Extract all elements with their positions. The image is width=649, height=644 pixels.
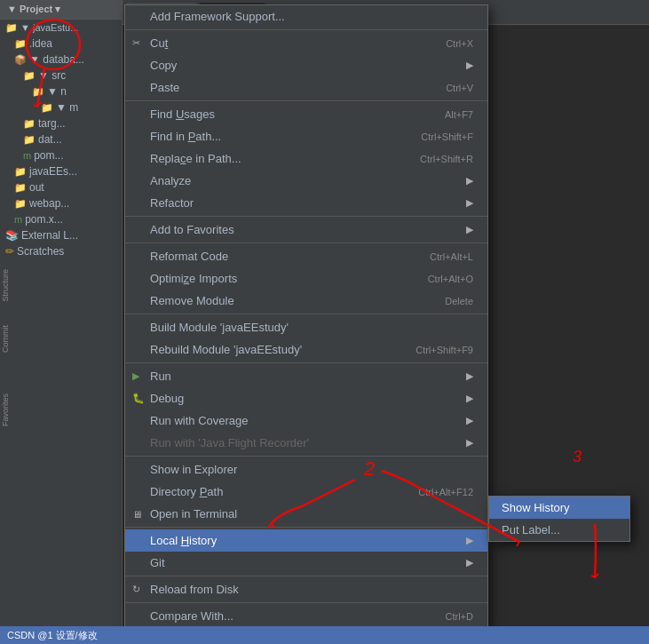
menu-optimize-imports[interactable]: Optimize Imports Ctrl+Alt+O <box>125 267 487 290</box>
cut-icon: ✂ <box>132 37 140 49</box>
run-icon: ▶ <box>132 370 139 382</box>
menu-rebuild-module[interactable]: Rebuild Module 'javaEEstudy' Ctrl+Shift+… <box>125 338 487 361</box>
menu-remove-module[interactable]: Remove Module Delete <box>125 290 487 312</box>
tree-item-external[interactable]: 📚External L... <box>0 227 122 243</box>
menu-find-usages[interactable]: Find Usages Alt+F7 <box>125 103 487 125</box>
tree-item-idea[interactable]: 📁.idea <box>0 36 122 52</box>
debug-icon: 🐛 <box>132 393 145 404</box>
menu-run[interactable]: ▶ Run ▶ <box>125 365 487 387</box>
tree-item-dat[interactable]: 📁dat... <box>0 131 122 147</box>
tree-item-webap[interactable]: 📁webap... <box>0 195 122 211</box>
analyze-arrow: ▶ <box>466 175 473 187</box>
menu-add-favorites[interactable]: Add to Favorites ▶ <box>125 219 487 241</box>
side-tabs: Structure Commit Favorites <box>0 266 12 429</box>
tree-item-scratches[interactable]: ✏Scratches <box>0 243 122 259</box>
menu-open-terminal[interactable]: 🖥 Open in Terminal <box>125 503 487 525</box>
separator-10 <box>125 602 487 603</box>
status-bar: CSDN @1 设置/修改 <box>0 626 649 644</box>
separator-9 <box>125 576 487 576</box>
run-arrow: ▶ <box>466 370 473 382</box>
menu-reload-disk[interactable]: ↻ Reload from Disk <box>125 578 487 600</box>
debug-arrow: ▶ <box>466 393 473 404</box>
menu-find-in-path[interactable]: Find in Path... Ctrl+Shift+F <box>125 125 487 147</box>
tree-item-javaestu[interactable]: 📁▼ javaEstu... <box>0 20 122 36</box>
tree-item-n[interactable]: 📁▼ n <box>0 83 122 99</box>
tree-item-targ[interactable]: 📁targ... <box>0 115 122 131</box>
separator-1 <box>125 29 487 30</box>
separator-5 <box>125 314 487 314</box>
menu-reformat[interactable]: Reformat Code Ctrl+Alt+L <box>125 245 487 267</box>
refactor-arrow: ▶ <box>466 197 473 209</box>
reload-icon: ↻ <box>132 584 140 595</box>
side-tab-commit[interactable]: Commit <box>0 322 11 355</box>
local-history-submenu: Show History Put Label... <box>488 496 630 542</box>
tree-item-pom-databa[interactable]: mpom... <box>0 147 122 163</box>
menu-debug[interactable]: 🐛 Debug ▶ <box>125 387 487 409</box>
menu-replace-in-path[interactable]: Replace in Path... Ctrl+Shift+R <box>125 147 487 170</box>
history-arrow: ▶ <box>466 535 473 546</box>
menu-cut[interactable]: ✂ Cut Ctrl+X <box>125 32 487 54</box>
project-title: ▼ Project ▾ <box>0 0 122 20</box>
tree-item-javaees[interactable]: 📁javaEEs... <box>0 163 122 179</box>
tree-item-pomxml[interactable]: mpom.x... <box>0 211 122 227</box>
context-menu: Add Framework Support... ✂ Cut Ctrl+X Co… <box>124 4 488 628</box>
separator-6 <box>125 362 487 363</box>
tree-item-m[interactable]: 📁▼ m <box>0 99 122 115</box>
separator-7 <box>125 456 487 457</box>
menu-refactor[interactable]: Refactor ▶ <box>125 192 487 214</box>
copy-arrow: ▶ <box>466 60 473 71</box>
favorites-arrow: ▶ <box>466 224 473 235</box>
side-tab-favorites[interactable]: Favorites <box>0 391 11 429</box>
project-panel: ▼ Project ▾ 📁▼ javaEstu... 📁.idea 📦▼ dat… <box>0 0 123 644</box>
separator-3 <box>125 216 487 217</box>
menu-paste[interactable]: Paste Ctrl+V <box>125 76 487 99</box>
separator-8 <box>125 527 487 528</box>
separator-2 <box>125 100 487 101</box>
menu-run-coverage[interactable]: Run with Coverage ▶ <box>125 409 487 432</box>
tree-item-out[interactable]: 📁out <box>0 179 122 195</box>
menu-compare-with[interactable]: Compare With... Ctrl+D <box>125 605 487 627</box>
git-arrow: ▶ <box>466 557 473 568</box>
coverage-arrow: ▶ <box>466 415 473 426</box>
tree-item-src[interactable]: 📁▼ src <box>0 68 122 83</box>
menu-directory-path[interactable]: Directory Path Ctrl+Alt+F12 <box>125 481 487 503</box>
submenu-put-label[interactable]: Put Label... <box>489 519 629 541</box>
menu-show-explorer[interactable]: Show in Explorer <box>125 458 487 481</box>
menu-build-module[interactable]: Build Module 'javaEEstudy' <box>125 316 487 338</box>
menu-run-flight: Run with 'Java Flight Recorder' ▶ <box>125 432 487 454</box>
tree-item-databa[interactable]: 📦▼ databa... <box>0 52 122 68</box>
status-text: CSDN @1 设置/修改 <box>7 629 98 642</box>
menu-add-framework[interactable]: Add Framework Support... <box>125 5 487 28</box>
terminal-icon: 🖥 <box>132 509 142 520</box>
menu-copy[interactable]: Copy ▶ <box>125 54 487 76</box>
submenu-show-history[interactable]: Show History <box>489 497 629 519</box>
separator-4 <box>125 242 487 243</box>
menu-git[interactable]: Git ▶ <box>125 552 487 574</box>
flight-arrow: ▶ <box>466 437 473 449</box>
menu-analyze[interactable]: Analyze ▶ <box>125 170 487 192</box>
side-tab-structure[interactable]: Structure <box>0 266 11 305</box>
menu-local-history[interactable]: Local History ▶ <box>125 529 487 552</box>
